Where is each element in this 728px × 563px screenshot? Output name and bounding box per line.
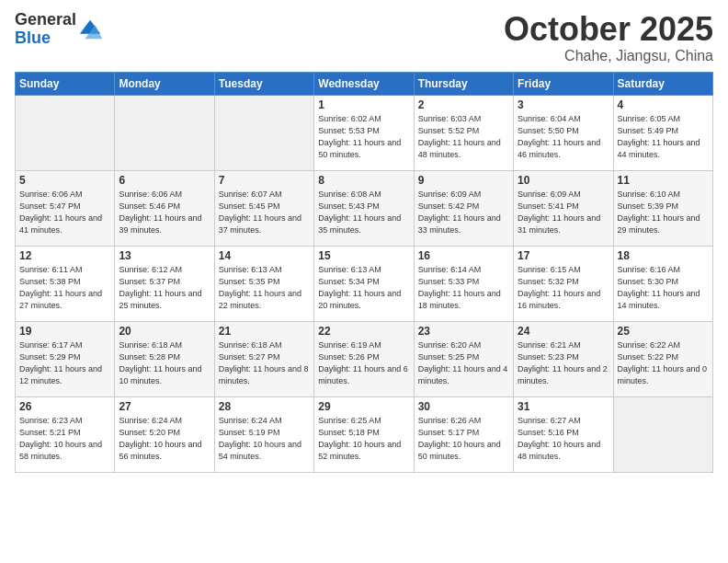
day-info: Sunrise: 6:12 AM Sunset: 5:37 PM Dayligh… (119, 264, 210, 312)
day-info: Sunrise: 6:06 AM Sunset: 5:47 PM Dayligh… (19, 189, 110, 236)
day-number: 9 (418, 174, 509, 187)
calendar-table: SundayMondayTuesdayWednesdayThursdayFrid… (15, 72, 713, 473)
day-number: 30 (418, 400, 509, 413)
calendar-day-cell: 15Sunrise: 6:13 AM Sunset: 5:34 PM Dayli… (314, 246, 414, 321)
calendar-day-cell: 17Sunrise: 6:15 AM Sunset: 5:32 PM Dayli… (514, 246, 613, 321)
calendar-day-cell: 13Sunrise: 6:12 AM Sunset: 5:37 PM Dayli… (115, 246, 214, 321)
page: General Blue October 2025 Chahe, Jiangsu… (0, 0, 728, 563)
day-number: 21 (219, 325, 310, 338)
day-info: Sunrise: 6:18 AM Sunset: 5:28 PM Dayligh… (119, 339, 210, 387)
day-number: 17 (518, 249, 609, 262)
calendar-day-cell: 16Sunrise: 6:14 AM Sunset: 5:33 PM Dayli… (414, 246, 513, 321)
logo-general: General (15, 11, 76, 29)
day-info: Sunrise: 6:08 AM Sunset: 5:43 PM Dayligh… (318, 189, 409, 236)
calendar-day-cell: 14Sunrise: 6:13 AM Sunset: 5:35 PM Dayli… (214, 246, 313, 321)
calendar-day-cell: 31Sunrise: 6:27 AM Sunset: 5:16 PM Dayli… (514, 396, 613, 472)
day-info: Sunrise: 6:06 AM Sunset: 5:46 PM Dayligh… (119, 189, 210, 236)
day-number: 20 (119, 325, 210, 338)
calendar-day-cell: 3Sunrise: 6:04 AM Sunset: 5:50 PM Daylig… (514, 95, 613, 170)
day-number: 4 (618, 98, 709, 111)
day-number: 13 (119, 249, 210, 262)
calendar-day-header: Sunday (16, 72, 115, 95)
day-number: 23 (418, 325, 509, 338)
calendar-day-cell: 27Sunrise: 6:24 AM Sunset: 5:20 PM Dayli… (115, 396, 214, 472)
calendar-day-cell: 1Sunrise: 6:02 AM Sunset: 5:53 PM Daylig… (314, 95, 414, 170)
calendar-day-cell: 30Sunrise: 6:26 AM Sunset: 5:17 PM Dayli… (414, 396, 513, 472)
logo: General Blue (15, 11, 104, 48)
day-number: 11 (618, 174, 709, 187)
calendar-day-cell: 18Sunrise: 6:16 AM Sunset: 5:30 PM Dayli… (613, 246, 712, 321)
calendar-day-cell: 19Sunrise: 6:17 AM Sunset: 5:29 PM Dayli… (16, 321, 115, 396)
day-info: Sunrise: 6:13 AM Sunset: 5:35 PM Dayligh… (219, 264, 310, 312)
calendar-week-row: 1Sunrise: 6:02 AM Sunset: 5:53 PM Daylig… (16, 95, 713, 170)
day-number: 25 (618, 325, 709, 338)
calendar-day-header: Friday (514, 72, 613, 95)
day-number: 6 (119, 174, 210, 187)
day-number: 29 (318, 400, 409, 413)
title-block: October 2025 Chahe, Jiangsu, China (504, 11, 713, 64)
day-info: Sunrise: 6:16 AM Sunset: 5:30 PM Dayligh… (618, 264, 709, 312)
day-number: 5 (19, 174, 110, 187)
calendar-week-row: 19Sunrise: 6:17 AM Sunset: 5:29 PM Dayli… (16, 321, 713, 396)
day-number: 12 (19, 249, 110, 262)
calendar-day-cell: 25Sunrise: 6:22 AM Sunset: 5:22 PM Dayli… (613, 321, 712, 396)
calendar-day-header: Tuesday (214, 72, 313, 95)
day-info: Sunrise: 6:09 AM Sunset: 5:41 PM Dayligh… (518, 189, 609, 236)
day-info: Sunrise: 6:11 AM Sunset: 5:38 PM Dayligh… (19, 264, 110, 312)
day-info: Sunrise: 6:24 AM Sunset: 5:19 PM Dayligh… (219, 415, 310, 463)
calendar-day-cell: 5Sunrise: 6:06 AM Sunset: 5:47 PM Daylig… (16, 170, 115, 246)
day-info: Sunrise: 6:09 AM Sunset: 5:42 PM Dayligh… (418, 189, 509, 236)
day-info: Sunrise: 6:07 AM Sunset: 5:45 PM Dayligh… (219, 189, 310, 236)
calendar-day-cell: 23Sunrise: 6:20 AM Sunset: 5:25 PM Dayli… (414, 321, 513, 396)
day-info: Sunrise: 6:15 AM Sunset: 5:32 PM Dayligh… (518, 264, 609, 312)
day-number: 24 (518, 325, 609, 338)
day-info: Sunrise: 6:27 AM Sunset: 5:16 PM Dayligh… (518, 415, 609, 463)
day-info: Sunrise: 6:03 AM Sunset: 5:52 PM Dayligh… (418, 113, 509, 161)
day-info: Sunrise: 6:22 AM Sunset: 5:22 PM Dayligh… (618, 339, 709, 387)
calendar-day-cell: 10Sunrise: 6:09 AM Sunset: 5:41 PM Dayli… (514, 170, 613, 246)
logo-icon (78, 17, 104, 42)
calendar-day-header: Wednesday (314, 72, 414, 95)
calendar-day-cell: 8Sunrise: 6:08 AM Sunset: 5:43 PM Daylig… (314, 170, 414, 246)
day-number: 15 (318, 249, 409, 262)
day-info: Sunrise: 6:13 AM Sunset: 5:34 PM Dayligh… (318, 264, 409, 312)
day-number: 27 (119, 400, 210, 413)
day-info: Sunrise: 6:23 AM Sunset: 5:21 PM Dayligh… (19, 415, 110, 463)
day-number: 8 (318, 174, 409, 187)
calendar-day-cell: 22Sunrise: 6:19 AM Sunset: 5:26 PM Dayli… (314, 321, 414, 396)
month-title: October 2025 (504, 11, 713, 48)
day-number: 18 (618, 249, 709, 262)
calendar-day-cell: 11Sunrise: 6:10 AM Sunset: 5:39 PM Dayli… (613, 170, 712, 246)
day-number: 26 (19, 400, 110, 413)
calendar-day-cell: 21Sunrise: 6:18 AM Sunset: 5:27 PM Dayli… (214, 321, 313, 396)
calendar-day-cell (115, 95, 214, 170)
day-info: Sunrise: 6:19 AM Sunset: 5:26 PM Dayligh… (318, 339, 409, 387)
day-info: Sunrise: 6:04 AM Sunset: 5:50 PM Dayligh… (518, 113, 609, 161)
day-info: Sunrise: 6:14 AM Sunset: 5:33 PM Dayligh… (418, 264, 509, 312)
calendar-day-cell: 20Sunrise: 6:18 AM Sunset: 5:28 PM Dayli… (115, 321, 214, 396)
day-info: Sunrise: 6:18 AM Sunset: 5:27 PM Dayligh… (219, 339, 310, 387)
day-number: 22 (318, 325, 409, 338)
calendar-day-cell: 26Sunrise: 6:23 AM Sunset: 5:21 PM Dayli… (16, 396, 115, 472)
calendar-day-cell: 4Sunrise: 6:05 AM Sunset: 5:49 PM Daylig… (613, 95, 712, 170)
day-info: Sunrise: 6:26 AM Sunset: 5:17 PM Dayligh… (418, 415, 509, 463)
header: General Blue October 2025 Chahe, Jiangsu… (15, 11, 713, 64)
day-info: Sunrise: 6:05 AM Sunset: 5:49 PM Dayligh… (618, 113, 709, 161)
day-number: 2 (418, 98, 509, 111)
calendar-week-row: 12Sunrise: 6:11 AM Sunset: 5:38 PM Dayli… (16, 246, 713, 321)
calendar-week-row: 5Sunrise: 6:06 AM Sunset: 5:47 PM Daylig… (16, 170, 713, 246)
calendar-day-header: Monday (115, 72, 214, 95)
day-info: Sunrise: 6:21 AM Sunset: 5:23 PM Dayligh… (518, 339, 609, 387)
calendar-day-cell (613, 396, 712, 472)
calendar-day-cell (16, 95, 115, 170)
day-info: Sunrise: 6:10 AM Sunset: 5:39 PM Dayligh… (618, 189, 709, 236)
calendar-day-cell: 24Sunrise: 6:21 AM Sunset: 5:23 PM Dayli… (514, 321, 613, 396)
day-number: 1 (318, 98, 409, 111)
calendar-day-cell: 12Sunrise: 6:11 AM Sunset: 5:38 PM Dayli… (16, 246, 115, 321)
day-number: 14 (219, 249, 310, 262)
day-number: 19 (19, 325, 110, 338)
calendar-day-header: Thursday (414, 72, 513, 95)
calendar-day-cell: 2Sunrise: 6:03 AM Sunset: 5:52 PM Daylig… (414, 95, 513, 170)
logo-blue: Blue (15, 29, 76, 48)
day-info: Sunrise: 6:17 AM Sunset: 5:29 PM Dayligh… (19, 339, 110, 387)
